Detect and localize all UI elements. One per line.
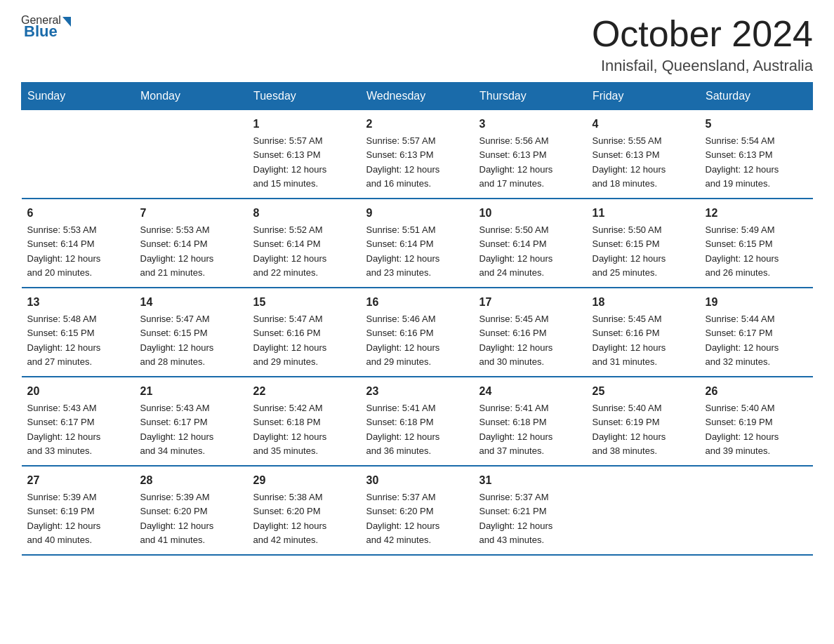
day-number: 15 <box>253 294 355 311</box>
calendar-day-cell: 1Sunrise: 5:57 AM Sunset: 6:13 PM Daylig… <box>248 110 361 199</box>
day-number: 3 <box>479 116 581 133</box>
calendar-day-cell: 10Sunrise: 5:50 AM Sunset: 6:14 PM Dayli… <box>474 199 587 288</box>
calendar-header: SundayMondayTuesdayWednesdayThursdayFrid… <box>22 83 813 110</box>
day-info: Sunrise: 5:39 AM Sunset: 6:19 PM Dayligh… <box>27 492 101 545</box>
day-info: Sunrise: 5:57 AM Sunset: 6:13 PM Dayligh… <box>366 135 440 189</box>
day-number: 22 <box>253 383 355 400</box>
calendar-day-cell: 25Sunrise: 5:40 AM Sunset: 6:19 PM Dayli… <box>587 377 700 466</box>
calendar-day-cell: 21Sunrise: 5:43 AM Sunset: 6:17 PM Dayli… <box>135 377 248 466</box>
day-number: 6 <box>27 205 129 222</box>
calendar-day-cell: 4Sunrise: 5:55 AM Sunset: 6:13 PM Daylig… <box>587 110 700 199</box>
day-info: Sunrise: 5:50 AM Sunset: 6:15 PM Dayligh… <box>593 224 666 278</box>
calendar-day-cell: 20Sunrise: 5:43 AM Sunset: 6:17 PM Dayli… <box>22 377 135 466</box>
day-number: 7 <box>140 205 242 222</box>
weekday-header-thursday: Thursday <box>474 83 587 110</box>
calendar-day-cell: 27Sunrise: 5:39 AM Sunset: 6:19 PM Dayli… <box>22 466 135 555</box>
calendar-day-cell: 12Sunrise: 5:49 AM Sunset: 6:15 PM Dayli… <box>700 199 813 288</box>
calendar-body: 1Sunrise: 5:57 AM Sunset: 6:13 PM Daylig… <box>22 110 813 556</box>
day-info: Sunrise: 5:42 AM Sunset: 6:18 PM Dayligh… <box>253 403 327 456</box>
day-info: Sunrise: 5:40 AM Sunset: 6:19 PM Dayligh… <box>706 403 779 456</box>
day-number: 18 <box>593 294 694 311</box>
day-info: Sunrise: 5:52 AM Sunset: 6:14 PM Dayligh… <box>253 224 327 278</box>
day-info: Sunrise: 5:41 AM Sunset: 6:18 PM Dayligh… <box>479 403 553 456</box>
day-info: Sunrise: 5:46 AM Sunset: 6:16 PM Dayligh… <box>366 314 440 367</box>
month-title: October 2024 <box>592 14 813 54</box>
day-info: Sunrise: 5:54 AM Sunset: 6:13 PM Dayligh… <box>706 135 779 189</box>
calendar-day-cell: 28Sunrise: 5:39 AM Sunset: 6:20 PM Dayli… <box>135 466 248 555</box>
logo-arrow-icon <box>62 17 71 27</box>
calendar-day-cell: 24Sunrise: 5:41 AM Sunset: 6:18 PM Dayli… <box>474 377 587 466</box>
day-number: 8 <box>253 205 355 222</box>
day-number: 2 <box>366 116 468 133</box>
weekday-header-monday: Monday <box>135 83 248 110</box>
calendar-week-row: 20Sunrise: 5:43 AM Sunset: 6:17 PM Dayli… <box>22 377 813 466</box>
title-area: October 2024 Innisfail, Queensland, Aust… <box>592 14 813 75</box>
day-info: Sunrise: 5:43 AM Sunset: 6:17 PM Dayligh… <box>27 403 101 456</box>
day-number: 30 <box>366 472 468 489</box>
day-info: Sunrise: 5:37 AM Sunset: 6:21 PM Dayligh… <box>479 492 553 545</box>
day-number: 21 <box>140 383 242 400</box>
day-number: 29 <box>253 472 355 489</box>
day-info: Sunrise: 5:48 AM Sunset: 6:15 PM Dayligh… <box>27 314 101 367</box>
day-number: 20 <box>27 383 129 400</box>
calendar-day-cell <box>700 466 813 555</box>
day-info: Sunrise: 5:47 AM Sunset: 6:15 PM Dayligh… <box>140 314 214 367</box>
calendar-day-cell: 18Sunrise: 5:45 AM Sunset: 6:16 PM Dayli… <box>587 288 700 377</box>
day-number: 12 <box>706 205 807 222</box>
day-info: Sunrise: 5:53 AM Sunset: 6:14 PM Dayligh… <box>27 224 101 278</box>
day-info: Sunrise: 5:53 AM Sunset: 6:14 PM Dayligh… <box>140 224 214 278</box>
calendar-day-cell: 3Sunrise: 5:56 AM Sunset: 6:13 PM Daylig… <box>474 110 587 199</box>
day-number: 11 <box>593 205 694 222</box>
location-subtitle: Innisfail, Queensland, Australia <box>592 57 813 75</box>
day-number: 24 <box>479 383 581 400</box>
day-number: 9 <box>366 205 468 222</box>
day-info: Sunrise: 5:44 AM Sunset: 6:17 PM Dayligh… <box>706 314 779 367</box>
day-info: Sunrise: 5:47 AM Sunset: 6:16 PM Dayligh… <box>253 314 327 367</box>
calendar-week-row: 27Sunrise: 5:39 AM Sunset: 6:19 PM Dayli… <box>22 466 813 555</box>
calendar-day-cell: 2Sunrise: 5:57 AM Sunset: 6:13 PM Daylig… <box>361 110 474 199</box>
calendar-day-cell <box>135 110 248 199</box>
day-number: 31 <box>479 472 581 489</box>
day-info: Sunrise: 5:45 AM Sunset: 6:16 PM Dayligh… <box>593 314 666 367</box>
calendar-day-cell: 26Sunrise: 5:40 AM Sunset: 6:19 PM Dayli… <box>700 377 813 466</box>
day-info: Sunrise: 5:41 AM Sunset: 6:18 PM Dayligh… <box>366 403 440 456</box>
calendar-day-cell: 31Sunrise: 5:37 AM Sunset: 6:21 PM Dayli… <box>474 466 587 555</box>
calendar-day-cell: 13Sunrise: 5:48 AM Sunset: 6:15 PM Dayli… <box>22 288 135 377</box>
calendar-day-cell: 11Sunrise: 5:50 AM Sunset: 6:15 PM Dayli… <box>587 199 700 288</box>
calendar-day-cell: 5Sunrise: 5:54 AM Sunset: 6:13 PM Daylig… <box>700 110 813 199</box>
day-number: 4 <box>593 116 694 133</box>
day-number: 16 <box>366 294 468 311</box>
weekday-header-saturday: Saturday <box>700 83 813 110</box>
calendar-table: SundayMondayTuesdayWednesdayThursdayFrid… <box>21 82 813 556</box>
day-number: 1 <box>253 116 355 133</box>
day-number: 19 <box>706 294 807 311</box>
day-number: 26 <box>706 383 807 400</box>
calendar-week-row: 13Sunrise: 5:48 AM Sunset: 6:15 PM Dayli… <box>22 288 813 377</box>
day-number: 14 <box>140 294 242 311</box>
calendar-day-cell: 8Sunrise: 5:52 AM Sunset: 6:14 PM Daylig… <box>248 199 361 288</box>
calendar-day-cell: 29Sunrise: 5:38 AM Sunset: 6:20 PM Dayli… <box>248 466 361 555</box>
day-info: Sunrise: 5:49 AM Sunset: 6:15 PM Dayligh… <box>706 224 779 278</box>
day-number: 25 <box>593 383 694 400</box>
weekday-header-row: SundayMondayTuesdayWednesdayThursdayFrid… <box>22 83 813 110</box>
day-number: 13 <box>27 294 129 311</box>
day-info: Sunrise: 5:56 AM Sunset: 6:13 PM Dayligh… <box>479 135 553 189</box>
weekday-header-sunday: Sunday <box>22 83 135 110</box>
page-header: General Blue October 2024 Innisfail, Que… <box>21 14 813 75</box>
day-info: Sunrise: 5:37 AM Sunset: 6:20 PM Dayligh… <box>366 492 440 545</box>
calendar-day-cell: 6Sunrise: 5:53 AM Sunset: 6:14 PM Daylig… <box>22 199 135 288</box>
calendar-day-cell: 9Sunrise: 5:51 AM Sunset: 6:14 PM Daylig… <box>361 199 474 288</box>
calendar-day-cell: 7Sunrise: 5:53 AM Sunset: 6:14 PM Daylig… <box>135 199 248 288</box>
weekday-header-friday: Friday <box>587 83 700 110</box>
day-info: Sunrise: 5:51 AM Sunset: 6:14 PM Dayligh… <box>366 224 440 278</box>
calendar-day-cell: 23Sunrise: 5:41 AM Sunset: 6:18 PM Dayli… <box>361 377 474 466</box>
calendar-day-cell <box>587 466 700 555</box>
day-info: Sunrise: 5:38 AM Sunset: 6:20 PM Dayligh… <box>253 492 327 545</box>
calendar-week-row: 6Sunrise: 5:53 AM Sunset: 6:14 PM Daylig… <box>22 199 813 288</box>
logo-blue-text: Blue <box>24 22 58 41</box>
calendar-day-cell: 17Sunrise: 5:45 AM Sunset: 6:16 PM Dayli… <box>474 288 587 377</box>
day-number: 23 <box>366 383 468 400</box>
day-info: Sunrise: 5:50 AM Sunset: 6:14 PM Dayligh… <box>479 224 553 278</box>
day-info: Sunrise: 5:40 AM Sunset: 6:19 PM Dayligh… <box>593 403 666 456</box>
day-info: Sunrise: 5:39 AM Sunset: 6:20 PM Dayligh… <box>140 492 214 545</box>
